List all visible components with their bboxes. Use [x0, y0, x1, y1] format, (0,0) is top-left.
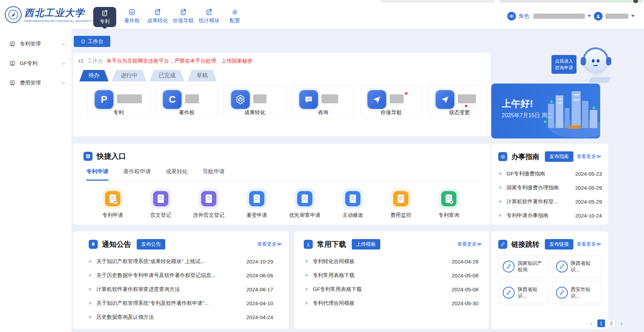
nav-item-copyright[interactable]: 著作权 [119, 3, 145, 29]
qe-tab-navigation-apply[interactable]: 导航申请 [202, 168, 225, 181]
publish-guide-button[interactable]: 发布指南 [545, 151, 573, 162]
notice-list: 关于知识产权管理系统“成果转化模块” 上线试...2024-10-29 关于历史… [73, 254, 289, 324]
collapse-sidebar-icon[interactable] [78, 58, 84, 64]
guide-view-more-link[interactable]: 查看更多≫ [577, 153, 601, 160]
links-title: 链接跳转 [511, 240, 539, 249]
clipboard-icon [205, 8, 213, 16]
list-item[interactable]: 计算机软件著作权登...2024-05-29 [499, 195, 602, 208]
tab-in-progress[interactable]: 进行中 [112, 70, 146, 81]
sidebar-item-patent-management[interactable]: 专利管理 [0, 34, 71, 54]
list-item[interactable]: 关于知识产权管理系统“成果转化模块” 上线试...2024-10-29 [89, 254, 273, 268]
links-pagination: ‹ 1 2 › [587, 319, 625, 327]
greeting-banner: 上午好! 2025年7月15日 周二 [491, 84, 600, 139]
nav-item-patent[interactable]: 专利 [93, 7, 116, 27]
list-item[interactable]: 关于历史数据中专利申请号及软件著作权登记信息...2024-06-06 [89, 268, 273, 282]
upload-template-button[interactable]: 上传模板 [352, 239, 380, 250]
guide-panel: 办事指南 发布指南 查看更多≫ GF专利缴费指南2024-05-23 国家专利缴… [491, 144, 608, 224]
copyright-c-icon: C [163, 90, 182, 109]
link-card-xian[interactable]: 西安市知识... [552, 281, 602, 304]
chat-bubble-icon [299, 90, 318, 109]
pagination-page-2[interactable]: 2 [607, 319, 615, 327]
compass-icon [498, 152, 507, 161]
list-item[interactable]: 专利常用表格下载2024-05-08 [305, 268, 478, 282]
pagination-page-1[interactable]: 1 [597, 319, 605, 327]
download-view-more-link[interactable]: 查看更多≫ [457, 241, 482, 247]
qe-item-change-apply[interactable]: 著变申请 [233, 189, 281, 219]
guide-title: 办事指南 [511, 152, 539, 161]
consult-apply-button[interactable]: 点我进入咨询申请 [551, 55, 577, 74]
chevron-down-icon[interactable] [631, 15, 635, 17]
chevron-down-icon[interactable] [588, 15, 591, 17]
count-redacted [185, 94, 199, 103]
stat-card-copyright[interactable]: C 著作权 [156, 86, 218, 119]
links-grid: 国家知识产权局 陕西省知识... 陕西省知识... 西安市知识... [491, 255, 608, 304]
list-item[interactable]: 历史数据查询及认领方法2024-04-24 [89, 310, 273, 324]
publish-notice-button[interactable]: 发布公告 [137, 239, 165, 250]
browser-strip [0, 0, 644, 3]
nav-item-value-navigation[interactable]: 价值导航 [170, 3, 196, 29]
list-item[interactable]: 专利代理合同模板2024-05-30 [305, 296, 478, 310]
qe-item-official-doc[interactable]: 官文登记 [137, 189, 185, 219]
list-item[interactable]: 专利转化合同模板2024-04-28 [305, 254, 478, 268]
notification-dot [465, 105, 467, 107]
stat-card-transformation[interactable]: 成果转化 [224, 86, 286, 119]
qe-item-foreign-official-doc[interactable]: 涉外官文登记 [185, 189, 233, 219]
list-item[interactable]: 专利申请办事指南2024-10-24 [499, 208, 602, 222]
links-view-more-link[interactable]: 查看更多≫ [577, 241, 601, 247]
qe-tab-patent-apply[interactable]: 专利申请 [86, 168, 109, 181]
links-panel: 链接跳转 发布链接 查看更多≫ 国家知识产权局 陕西省知识... [491, 231, 608, 329]
qe-item-active-amendment[interactable]: 主动修改 [329, 189, 377, 219]
list-item[interactable]: GF专利常用表格下载2024-05-08 [305, 282, 478, 296]
sidebar-item-gf-patent[interactable]: GF专利 [0, 54, 71, 73]
page-label: 工作台 [87, 58, 103, 64]
count-redacted [390, 94, 404, 103]
download-title: 常用下载 [317, 239, 346, 249]
nav-item-statistics[interactable]: 统计模块 [196, 3, 222, 29]
avatar[interactable] [594, 12, 603, 21]
link-card-shaanxi-1[interactable]: 陕西省知识... [552, 255, 602, 278]
qe-tab-copyright-apply[interactable]: 著作权申请 [123, 168, 151, 181]
document-icon [9, 60, 16, 67]
tab-draft[interactable]: 草稿 [188, 70, 217, 81]
clipboard-icon [101, 9, 109, 17]
pagination-next[interactable]: › [618, 319, 625, 327]
stat-card-value-navigation[interactable]: 价值导航 [360, 86, 422, 119]
qe-item-priority-review[interactable]: 优先审查申请 [281, 189, 329, 219]
nav-item-transformation[interactable]: 成果转化 [145, 3, 170, 29]
breadcrumb-workbench-button[interactable]: 工作台 [74, 36, 110, 47]
university-name: 西北工业大学 [24, 7, 93, 19]
stat-card-status-change[interactable]: 状态变更 [428, 86, 491, 119]
link-card-cnipa[interactable]: 国家知识产权局 [499, 255, 549, 278]
pagination-prev[interactable]: ‹ [587, 319, 595, 327]
sidebar-item-fee-management[interactable]: 费用管理 [0, 73, 71, 93]
link-icon [498, 240, 507, 249]
list-item[interactable]: GF专利缴费指南2024-05-23 [499, 167, 602, 181]
link-card-shaanxi-2[interactable]: 陕西省知识... [499, 281, 549, 304]
tab-completed[interactable]: 已完成 [150, 70, 184, 81]
qe-item-fee-monitor[interactable]: 费用监控 [377, 189, 425, 219]
stat-card-patent[interactable]: P 专利 [87, 86, 150, 119]
chevron-down-icon [61, 81, 66, 85]
tab-todo[interactable]: 待办 [79, 70, 109, 81]
search-p-icon: P [441, 191, 456, 206]
qe-item-patent-apply[interactable]: P 专利申请 [89, 189, 137, 219]
list-item[interactable]: 国家专利缴费办理指南2024-05-29 [499, 181, 602, 195]
role-select-redacted[interactable] [533, 14, 585, 19]
notice-view-more-link[interactable]: 查看更多≫ [257, 241, 282, 247]
list-item[interactable]: 关于知识产权管理系统“专利及软件著作权申请”...2024-04-10 [89, 296, 273, 310]
qe-tab-transformation[interactable]: 成果转化 [166, 168, 188, 181]
chain-link-icon [503, 261, 515, 272]
clipboard-icon [180, 8, 187, 16]
eye-icon[interactable] [507, 12, 516, 21]
share-network-icon [231, 90, 250, 109]
download-list: 专利转化合同模板2024-04-28 专利常用表格下载2024-05-08 GF… [294, 254, 489, 310]
nav-item-settings[interactable]: 配置 [222, 3, 248, 29]
stat-card-consult[interactable]: 咨询 [292, 86, 354, 119]
qe-item-patent-search[interactable]: P 专利查询 [425, 189, 473, 219]
app-header: 西北工业大学 NORTHWESTERN POLYTECHNICAL UNIVER… [0, 3, 644, 29]
quick-entry-panel: 快捷入口 专利申请 著作权申请 成果转化 导航申请 P 专利申请 官文登记 涉外… [73, 144, 491, 224]
paper-plane-icon [436, 90, 454, 109]
assistant-mascot-robot-icon[interactable] [578, 45, 614, 86]
publish-link-button[interactable]: 发布链接 [545, 239, 573, 250]
list-item[interactable]: 计算机软件著作权审查进度查询方法2024-06-17 [89, 282, 273, 296]
